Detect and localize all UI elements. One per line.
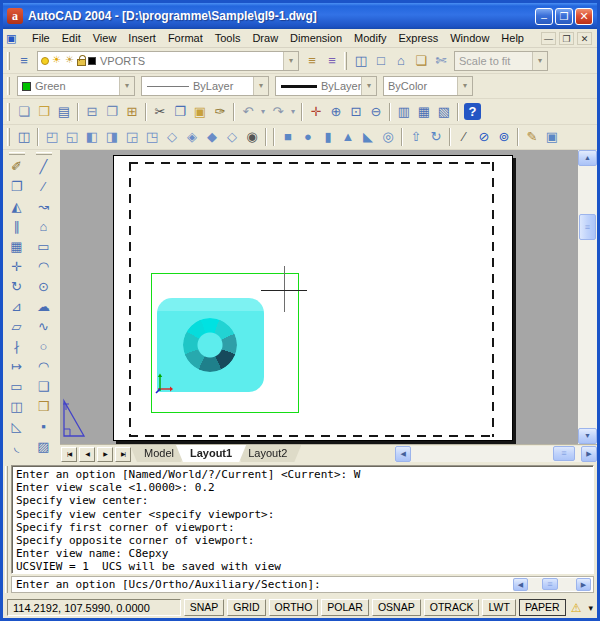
status-toggle-grid[interactable]: GRID	[227, 599, 265, 616]
construction-line-icon[interactable]: ∕	[34, 177, 54, 197]
line-icon[interactable]: ╱	[34, 157, 54, 177]
extrude-icon[interactable]: ⇧	[406, 127, 426, 147]
previous-tab-button[interactable]: ◀	[79, 447, 95, 462]
drawing-canvas[interactable]: ▲ ▼	[60, 150, 597, 444]
toolbar-grip[interactable]	[7, 52, 10, 70]
solid-cone-icon[interactable]: ▲	[338, 127, 358, 147]
vertical-scroll-track[interactable]	[578, 166, 597, 428]
toolbar-grip[interactable]	[9, 152, 25, 155]
undo-icon[interactable]: ↶	[238, 102, 258, 122]
mdi-close-button[interactable]: ✕	[577, 32, 592, 45]
communication-center-icon[interactable]: ⚠	[571, 601, 582, 615]
horizontal-scroll-track[interactable]	[411, 446, 581, 462]
dropdown-arrow-icon[interactable]: ▾	[361, 77, 376, 95]
top-view-icon[interactable]: ◰	[42, 127, 62, 147]
named-views-icon[interactable]: ◫	[14, 127, 34, 147]
solid-torus-icon[interactable]: ◎	[378, 127, 398, 147]
scroll-up-button[interactable]: ▲	[578, 150, 597, 166]
cut-icon[interactable]: ✂	[150, 102, 170, 122]
linetype-select[interactable]: ByLayer ▾	[141, 76, 269, 96]
redo-dropdown-icon[interactable]: ▾	[288, 102, 298, 122]
open-folder-icon[interactable]: ❒	[34, 102, 54, 122]
vertical-scrollbar[interactable]: ▲ ▼	[578, 150, 597, 444]
front-view-icon[interactable]: ◲	[122, 127, 142, 147]
bottom-view-icon[interactable]: ◱	[62, 127, 82, 147]
se-isometric-view-icon[interactable]: ◈	[182, 127, 202, 147]
dropdown-arrow-icon[interactable]: ▾	[253, 77, 268, 95]
command-scroll-thumb[interactable]	[542, 578, 558, 590]
menu-dimension[interactable]: Dimension	[284, 30, 348, 46]
camera-icon[interactable]: ◉	[242, 127, 262, 147]
menu-tools[interactable]: Tools	[209, 30, 247, 46]
restore-button[interactable]: ❐	[555, 8, 573, 25]
setup-view-icon[interactable]: ▣	[542, 127, 562, 147]
circle-icon[interactable]: ⊙	[34, 277, 54, 297]
designcenter-icon[interactable]: ▦	[414, 102, 434, 122]
lineweight-select[interactable]: ByLayer ▾	[275, 76, 377, 96]
toolbar-grip[interactable]	[7, 77, 10, 95]
nw-isometric-view-icon[interactable]: ◇	[222, 127, 242, 147]
scroll-right-button[interactable]: ▶	[581, 446, 597, 462]
status-toggle-polar[interactable]: POLAR	[321, 599, 369, 616]
status-toggle-lwt[interactable]: LWT	[482, 599, 515, 616]
tab-layout1[interactable]: Layout1	[176, 445, 246, 462]
plotstyle-select[interactable]: ByColor ▾	[383, 76, 473, 96]
toolbar-grip[interactable]	[7, 103, 10, 121]
status-toggle-otrack[interactable]: OTRACK	[424, 599, 480, 616]
layer-previous-icon[interactable]: ≡	[322, 51, 342, 71]
polygonal-viewport-icon[interactable]: ⌂	[391, 51, 411, 71]
arc-icon[interactable]: ◠	[34, 257, 54, 277]
fillet-icon[interactable]: ◟	[7, 437, 27, 457]
point-icon[interactable]: ▪	[34, 417, 54, 437]
save-icon[interactable]: ▤	[54, 102, 74, 122]
zoom-previous-icon[interactable]: ⊖	[366, 102, 386, 122]
color-select[interactable]: Green ▾	[17, 76, 135, 96]
horizontal-scrollbar[interactable]: ◀ ▶	[395, 446, 597, 462]
mdi-restore-button[interactable]: ❐	[559, 32, 574, 45]
trim-icon[interactable]: ∤	[7, 337, 27, 357]
menu-help[interactable]: Help	[495, 30, 530, 46]
command-scroll-track[interactable]	[528, 578, 576, 591]
torus-hole[interactable]	[183, 318, 237, 372]
properties-palette-icon[interactable]: ▥	[394, 102, 414, 122]
first-tab-button[interactable]: |◀	[61, 447, 77, 462]
interfere-icon[interactable]: ⊚	[494, 127, 514, 147]
rectangle-icon[interactable]: ▭	[34, 237, 54, 257]
spline-icon[interactable]: ∿	[34, 317, 54, 337]
insert-block-icon[interactable]: ❑	[34, 377, 54, 397]
stretch-icon[interactable]: ▱	[7, 317, 27, 337]
zoom-realtime-icon[interactable]: ⊕	[326, 102, 346, 122]
layer-color-swatch[interactable]	[88, 57, 96, 65]
viewport-scale-select[interactable]: Scale to fit ▾	[454, 51, 548, 71]
publish-icon[interactable]: ⊞	[122, 102, 142, 122]
polygon-icon[interactable]: ⌂	[34, 217, 54, 237]
slice-icon[interactable]: ∕	[454, 127, 474, 147]
new-file-icon[interactable]: ❏	[14, 102, 34, 122]
solid-wedge-icon[interactable]: ◣	[358, 127, 378, 147]
solid-box-icon[interactable]: ■	[278, 127, 298, 147]
offset-icon[interactable]: ∥	[7, 217, 27, 237]
menu-view[interactable]: View	[87, 30, 123, 46]
chamfer-icon[interactable]: ◺	[7, 417, 27, 437]
single-viewport-icon[interactable]: □	[371, 51, 391, 71]
menu-edit[interactable]: Edit	[56, 30, 87, 46]
hatch-icon[interactable]: ▨	[34, 437, 54, 457]
viewports-dialog-icon[interactable]: ◫	[351, 51, 371, 71]
scroll-right-button[interactable]: ▶	[576, 578, 591, 591]
break-at-point-icon[interactable]: ▭	[7, 377, 27, 397]
right-view-icon[interactable]: ◨	[102, 127, 122, 147]
revolve-icon[interactable]: ↻	[426, 127, 446, 147]
match-properties-icon[interactable]: ✑	[210, 102, 230, 122]
status-toggle-paper[interactable]: PAPER	[519, 599, 566, 616]
menu-draw[interactable]: Draw	[246, 30, 284, 46]
plot-preview-icon[interactable]: ❐	[102, 102, 122, 122]
tool-palettes-icon[interactable]: ▧	[434, 102, 454, 122]
layer-manager-icon[interactable]: ≡	[14, 51, 34, 71]
make-block-icon[interactable]: ❒	[34, 397, 54, 417]
menu-file[interactable]: File	[26, 30, 56, 46]
section-icon[interactable]: ⊘	[474, 127, 494, 147]
array-icon[interactable]: ▦	[7, 237, 27, 257]
revision-cloud-icon[interactable]: ☁	[34, 297, 54, 317]
polyline-icon[interactable]: ↝	[34, 197, 54, 217]
sw-isometric-view-icon[interactable]: ◇	[162, 127, 182, 147]
